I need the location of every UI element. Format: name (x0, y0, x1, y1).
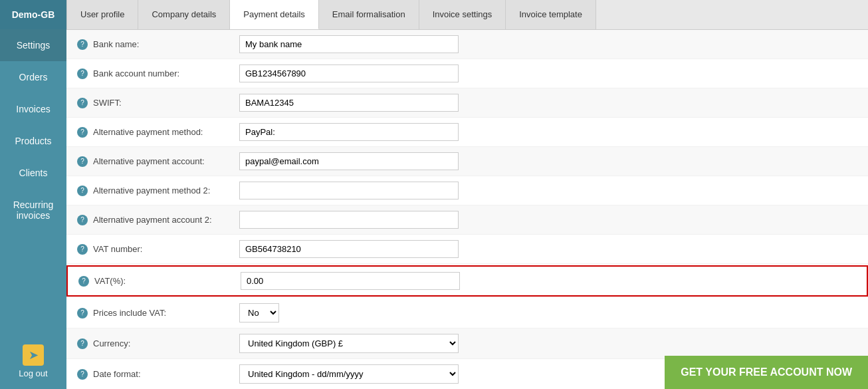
main-content: User profile Company details Payment det… (66, 0, 868, 389)
help-icon-bank-name[interactable]: ? (77, 39, 88, 50)
label-date-format: Date format: (93, 369, 239, 379)
input-alt-payment-method[interactable] (239, 123, 459, 141)
logout-label: Log out (19, 368, 47, 378)
input-vat-percent[interactable] (241, 272, 460, 290)
tab-invoice-settings[interactable]: Invoice settings (419, 0, 506, 29)
cta-free-account-button[interactable]: GET YOUR FREE ACCOUNT NOW (665, 356, 868, 389)
select-prices-include-vat[interactable]: No Yes (239, 303, 279, 323)
help-icon-swift[interactable]: ? (77, 98, 88, 108)
input-bank-account-number[interactable] (239, 65, 459, 82)
select-currency[interactable]: United Kingdom (GBP) £ Euro (EUR) € US D… (239, 334, 459, 353)
help-icon-date-format[interactable]: ? (77, 369, 88, 380)
help-icon-alt-payment-method[interactable]: ? (77, 127, 88, 138)
row-alt-payment-account-2: ? Alternative payment account 2: (66, 205, 868, 235)
sidebar-demo-label[interactable]: Demo-GB (0, 0, 66, 29)
sidebar: Demo-GB Settings Orders Invoices Product… (0, 0, 66, 389)
tab-email-formalisation[interactable]: Email formalisation (319, 0, 419, 29)
label-prices-include-vat: Prices include VAT: (93, 308, 239, 318)
label-alt-payment-method: Alternative payment method: (93, 127, 239, 137)
row-alt-payment-method: ? Alternative payment method: (66, 118, 868, 147)
tab-user-profile[interactable]: User profile (66, 0, 138, 29)
help-icon-alt-payment-account-2[interactable]: ? (77, 215, 88, 225)
row-currency: ? Currency: United Kingdom (GBP) £ Euro … (66, 328, 868, 359)
label-bank-name: Bank name: (93, 39, 239, 49)
input-bank-name[interactable] (239, 35, 459, 53)
sidebar-item-clients[interactable]: Clients (0, 157, 66, 189)
tab-payment-details[interactable]: Payment details (230, 0, 319, 29)
label-vat-percent: VAT(%): (94, 276, 241, 286)
label-alt-payment-account-2: Alternative payment account 2: (93, 215, 239, 225)
sidebar-item-orders[interactable]: Orders (0, 61, 66, 93)
tabs-bar: User profile Company details Payment det… (66, 0, 868, 30)
sidebar-item-settings-label: Settings (17, 40, 51, 51)
logout-button[interactable]: ➤ Log out (0, 334, 66, 389)
sidebar-item-clients-label: Clients (19, 168, 48, 178)
input-vat-number[interactable] (239, 240, 459, 258)
label-alt-payment-account: Alternative payment account: (93, 156, 239, 166)
row-vat-number: ? VAT number: (66, 235, 868, 264)
sidebar-item-recurring-invoices-label: Recurring invoices (13, 199, 54, 221)
row-swift: ? SWIFT: (66, 88, 868, 118)
tab-company-details[interactable]: Company details (138, 0, 230, 29)
input-alt-payment-account[interactable] (239, 152, 459, 170)
row-bank-account-number: ? Bank account number: (66, 59, 868, 88)
input-swift[interactable] (239, 94, 459, 112)
row-prices-include-vat: ? Prices include VAT: No Yes (66, 298, 868, 328)
help-icon-vat-number[interactable]: ? (77, 244, 88, 255)
tab-invoice-template[interactable]: Invoice template (506, 0, 596, 29)
form-area: ? Bank name: ? Bank account number: ? SW… (66, 30, 868, 389)
sidebar-item-settings[interactable]: Settings (0, 29, 66, 61)
label-currency: Currency: (93, 338, 239, 348)
select-date-format[interactable]: United Kingdom - dd/mm/yyyy US - mm/dd/y… (239, 364, 459, 384)
label-bank-account-number: Bank account number: (93, 68, 239, 78)
sidebar-item-recurring-invoices[interactable]: Recurring invoices (0, 189, 66, 231)
sidebar-item-orders-label: Orders (19, 72, 48, 82)
sidebar-item-products-label: Products (15, 136, 51, 146)
help-icon-bank-account-number[interactable]: ? (77, 68, 88, 79)
label-swift: SWIFT: (93, 98, 239, 108)
logout-icon: ➤ (23, 344, 44, 366)
help-icon-currency[interactable]: ? (77, 338, 88, 349)
sidebar-item-invoices-label: Invoices (16, 104, 50, 114)
help-icon-alt-payment-method-2[interactable]: ? (77, 186, 88, 196)
sidebar-item-products[interactable]: Products (0, 125, 66, 157)
help-icon-prices-include-vat[interactable]: ? (77, 308, 88, 319)
row-alt-payment-account: ? Alternative payment account: (66, 147, 868, 176)
sidebar-item-invoices[interactable]: Invoices (0, 93, 66, 125)
label-vat-number: VAT number: (93, 244, 239, 254)
row-vat-percent: ? VAT(%): (66, 265, 868, 297)
row-alt-payment-method-2: ? Alternative payment method 2: (66, 176, 868, 205)
row-bank-name: ? Bank name: (66, 30, 868, 59)
input-alt-payment-method-2[interactable] (239, 182, 459, 199)
input-alt-payment-account-2[interactable] (239, 211, 459, 229)
label-alt-payment-method-2: Alternative payment method 2: (93, 186, 239, 195)
help-icon-alt-payment-account[interactable]: ? (77, 156, 88, 167)
help-icon-vat-percent[interactable]: ? (78, 276, 89, 287)
